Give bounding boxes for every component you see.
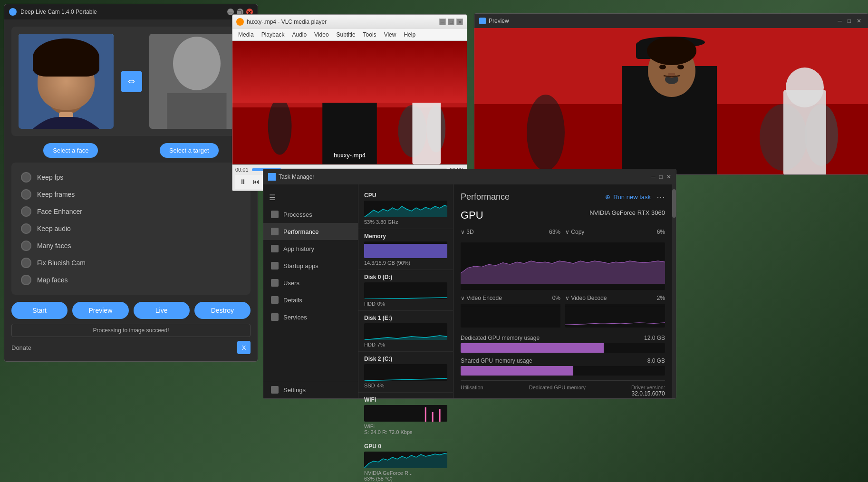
perf-disk2-graph <box>364 364 447 381</box>
run-task-icon: ⊕ <box>605 193 610 201</box>
preview-maximize-btn[interactable]: □ <box>846 18 853 24</box>
fix-blueish-checkbox[interactable] <box>21 258 31 268</box>
vlc-menubar: Media Playback Audio Video Subtitle Tool… <box>232 29 467 41</box>
vlc-menu-subtitle[interactable]: Subtitle <box>333 30 359 39</box>
source-face-box <box>19 34 114 129</box>
tm-scrollbar-thumb[interactable] <box>672 189 676 218</box>
select-face-button[interactable]: Select a face <box>43 143 98 158</box>
option-face-enhancer: Face Enhancer <box>21 206 241 217</box>
gpu-shared-memory-section: Shared GPU memory usage 8.0 GB <box>461 357 665 376</box>
perf-item-wifi[interactable]: WiFi WiFi S: 24.0 R: 72.0 Kbps <box>358 393 453 439</box>
gpu-copy-label: ∨ Copy <box>565 229 584 235</box>
map-faces-checkbox[interactable] <box>21 275 31 285</box>
swap-faces-button[interactable]: ⇔ <box>121 71 142 92</box>
vlc-close-btn[interactable]: ✕ <box>456 19 463 25</box>
keep-fps-checkbox[interactable] <box>21 172 31 183</box>
preview-window-controls[interactable]: ─ □ ✕ <box>836 18 863 24</box>
gpu-shared-memory-fill <box>461 366 573 376</box>
vlc-pause-btn[interactable]: ⏸ <box>237 176 249 187</box>
perf-memory-title: Memory <box>364 233 447 240</box>
vlc-menu-playback[interactable]: Playback <box>258 30 289 39</box>
gpu-bottom-utilisation: Utilisation <box>461 385 483 397</box>
sidebar-item-startup-apps[interactable]: Startup apps <box>263 257 358 274</box>
preview-title-group: Preview <box>479 18 509 24</box>
gpu-dedicated-label: Dedicated GPU memory <box>529 385 586 390</box>
run-new-task-button[interactable]: ⊕ Run new task <box>605 193 651 201</box>
live-button[interactable]: Live <box>134 302 190 319</box>
sidebar-label-performance: Performance <box>283 228 318 235</box>
gpu-encode-graph <box>461 304 560 328</box>
perf-item-gpu0[interactable]: GPU 0 NVIDIA GeForce R... 63% (58 °C) <box>358 439 453 482</box>
tm-window-controls[interactable]: ─ □ ✕ <box>651 174 671 180</box>
tm-scrollbar[interactable] <box>672 184 676 398</box>
donate-close-button[interactable]: X <box>237 341 251 354</box>
perf-gpu0-sub-group: NVIDIA GeForce R... 63% (58 °C) <box>364 470 447 482</box>
tm-sidebar-header: ☰ <box>263 189 358 206</box>
perf-disk1-sub-group: HDD 7% <box>364 342 447 347</box>
sidebar-item-services[interactable]: Services <box>263 308 358 326</box>
face-enhancer-checkbox[interactable] <box>21 206 31 217</box>
gpu-dedicated-memory-bar <box>461 343 665 353</box>
gpu-decode-label: ∨ Video Decode 2% <box>565 295 665 301</box>
sidebar-item-processes[interactable]: Processes <box>263 206 358 223</box>
vlc-minimize-btn[interactable]: ─ <box>439 19 446 25</box>
perf-wifi-graph <box>364 405 447 422</box>
preview-button[interactable]: Preview <box>72 302 128 319</box>
vlc-menu-tools[interactable]: Tools <box>359 30 380 39</box>
gpu-title-block: GPU <box>461 209 483 222</box>
tm-more-button[interactable]: ⋯ <box>656 192 665 202</box>
status-text: Processing to image succeed! <box>93 327 169 334</box>
options-panel: Keep fps Keep frames Face Enhancer Keep … <box>11 163 251 295</box>
vlc-menu-view[interactable]: View <box>380 30 400 39</box>
svg-point-3 <box>54 81 61 86</box>
many-faces-label: Many faces <box>37 242 71 250</box>
perf-item-cpu[interactable]: CPU 53% 3.80 GHz <box>358 188 453 229</box>
vlc-menu-video[interactable]: Video <box>310 30 332 39</box>
tm-close-btn[interactable]: ✕ <box>666 174 671 180</box>
tm-minimize-btn[interactable]: ─ <box>651 174 656 180</box>
perf-item-disk2[interactable]: Disk 2 (C:) SSD 4% <box>358 352 453 393</box>
gpu-encode-decode-section: ∨ Video Encode 0% ∨ Video Decode 2% <box>461 295 665 328</box>
select-target-button[interactable]: Select a target <box>160 143 219 158</box>
many-faces-checkbox[interactable] <box>21 241 31 251</box>
tm-title-text: Task Manager <box>279 174 314 180</box>
vlc-app-icon <box>236 18 244 26</box>
sidebar-item-details[interactable]: Details <box>263 291 358 308</box>
vlc-prev-btn[interactable]: ⏮ <box>251 176 262 187</box>
sidebar-item-app-history[interactable]: App history <box>263 240 358 257</box>
preview-close-btn[interactable]: ✕ <box>855 18 863 24</box>
perf-item-disk1[interactable]: Disk 1 (E:) HDD 7% <box>358 311 453 352</box>
vlc-video-content: huxxy-.mp4 <box>232 41 467 164</box>
tm-body: ☰ Processes Performance App history Star… <box>263 184 676 398</box>
vlc-menu-media[interactable]: Media <box>234 30 258 39</box>
gpu-dedicated-memory-label-row: Dedicated GPU memory usage 12.0 GB <box>461 335 665 341</box>
svg-point-40 <box>659 65 666 69</box>
sidebar-item-settings[interactable]: Settings <box>263 381 358 398</box>
vlc-maximize-btn[interactable]: □ <box>448 19 454 25</box>
tm-maximize-btn[interactable]: □ <box>659 174 663 180</box>
keep-audio-checkbox[interactable] <box>21 223 31 234</box>
sidebar-item-performance[interactable]: Performance <box>263 223 358 240</box>
target-face-image <box>149 34 244 129</box>
gpu-model-text: NVIDIA GeForce RTX 3060 <box>589 209 665 216</box>
vlc-menu-help[interactable]: Help <box>400 30 419 39</box>
gpu-shared-memory-bar <box>461 366 665 376</box>
sidebar-label-settings: Settings <box>283 386 306 394</box>
perf-disk1-sub2: 7% <box>377 342 385 347</box>
perf-item-memory[interactable]: Memory 14.3/15.9 GB (90%) <box>358 229 453 270</box>
vlc-window-controls[interactable]: ─ □ ✕ <box>439 19 463 25</box>
vlc-menu-audio[interactable]: Audio <box>288 30 310 39</box>
vlc-time-current: 00:01 <box>235 167 250 173</box>
keep-frames-checkbox[interactable] <box>21 189 31 200</box>
perf-item-disk0[interactable]: Disk 0 (D:) HDD 0% <box>358 270 453 311</box>
start-button[interactable]: Start <box>11 302 68 319</box>
tm-hamburger-icon[interactable]: ☰ <box>269 193 276 202</box>
perf-disk2-sub1: SSD <box>364 383 375 388</box>
perf-wifi-sub-group: WiFi S: 24.0 R: 72.0 Kbps <box>364 424 447 435</box>
perf-memory-sub: 14.3/15.9 GB (90%) <box>364 260 447 266</box>
sidebar-item-users[interactable]: Users <box>263 274 358 291</box>
svg-rect-52 <box>461 307 560 325</box>
destroy-button[interactable]: Destroy <box>194 302 251 319</box>
donate-label: Donate <box>11 344 232 351</box>
preview-minimize-btn[interactable]: ─ <box>836 18 844 24</box>
